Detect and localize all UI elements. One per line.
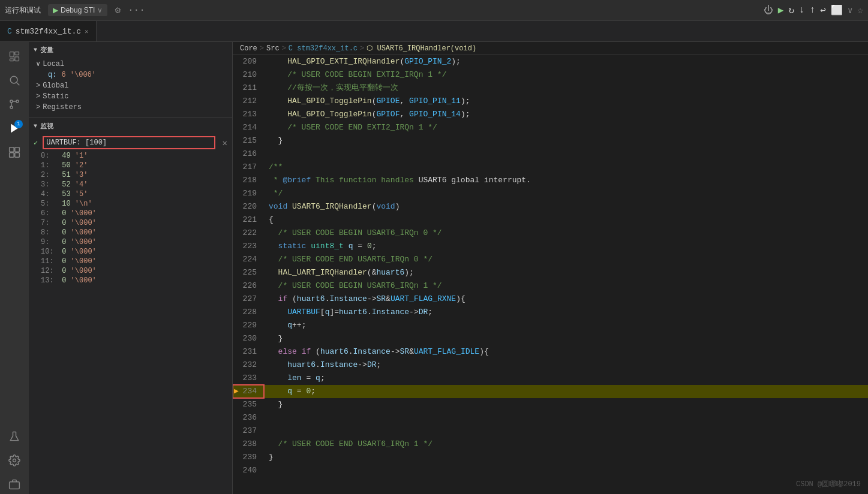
debug-label: Debug STI <box>61 6 95 14</box>
line-number-227: 227 <box>233 293 264 306</box>
line-number-237: 237 <box>233 424 264 438</box>
local-chevron-icon: ∨ <box>36 59 40 68</box>
tab-close-icon[interactable]: ✕ <box>85 28 89 35</box>
explorer-icon[interactable] <box>5 47 24 66</box>
search-icon[interactable] <box>5 71 24 90</box>
tab-bar: C stm32f4xx_it.c ✕ <box>0 21 868 42</box>
remote-icon[interactable] <box>5 475 24 494</box>
line-content-228: UARTBUF[q]=huart6.Instance->DR; <box>264 306 868 319</box>
code-line-239: 239} <box>233 451 868 464</box>
watch-row: 4: 53 '5' <box>29 189 232 199</box>
restart-icon[interactable]: ↻ <box>788 4 794 16</box>
line-number-213: 213 <box>233 108 264 121</box>
bc-src[interactable]: Src <box>266 44 280 53</box>
code-line-235: 235 } <box>233 398 868 411</box>
var-q: q: 6 '\006' <box>29 70 232 80</box>
line-content-238: /* USER CODE END USART6_IRQn 1 */ <box>264 438 868 451</box>
global-chevron-icon: > <box>36 82 40 90</box>
watch-row: 6: 0 '\000' <box>29 209 232 218</box>
line-content-217: /** <box>264 161 868 174</box>
debug-icon[interactable]: 1 <box>5 119 24 138</box>
code-line-220: 220void USART6_IRQHandler(void) <box>233 200 868 213</box>
line-number-240: 240 <box>233 464 264 477</box>
line-content-224: /* USER CODE END USART6_IRQn 0 */ <box>264 253 868 266</box>
settings-icon[interactable] <box>5 451 24 470</box>
bc-core[interactable]: Core <box>240 44 257 53</box>
line-number-214: 214 <box>233 121 264 134</box>
static-label: Static <box>43 92 68 101</box>
continue-icon[interactable]: ▶ <box>778 4 784 16</box>
flask-icon[interactable] <box>5 427 24 446</box>
star-icon[interactable]: ☆ <box>857 4 863 16</box>
code-line-231: 231 else if (huart6.Instance->SR&UART_FL… <box>233 345 868 359</box>
registers-chevron-icon: > <box>36 103 40 112</box>
bc-function[interactable]: ⬡ USART6_IRQHandler(void) <box>367 44 476 53</box>
stop-icon[interactable]: ⬜ <box>831 4 843 16</box>
line-content-226: /* USER CODE BEGIN USART6_IRQn 1 */ <box>264 279 868 293</box>
line-content-213: HAL_GPIO_TogglePin(GPIOF, GPIO_PIN_14); <box>264 108 868 121</box>
watch-input[interactable] <box>43 136 215 149</box>
code-line-224: 224 /* USER CODE END USART6_IRQn 0 */ <box>233 253 868 266</box>
code-line-230: 230 } <box>233 332 868 345</box>
step-over-icon[interactable]: ↓ <box>799 5 805 16</box>
watch-close-icon[interactable]: ✕ <box>223 138 227 148</box>
line-content-218: * @brief This function handles USART6 gl… <box>264 174 868 187</box>
file-tab[interactable]: C stm32f4xx_it.c ✕ <box>0 21 97 41</box>
registers-group[interactable]: > Registers <box>29 102 232 113</box>
line-content-233: len = q; <box>264 372 868 385</box>
dropdown-icon[interactable]: ∨ <box>848 5 852 16</box>
code-line-225: 225 HAL_UART_IRQHandler(&huart6); <box>233 266 868 279</box>
line-number-211: 211 <box>233 82 264 95</box>
watch-row: 12: 0 '\000' <box>29 266 232 276</box>
watch-header[interactable]: ▼ 监视 <box>29 118 232 134</box>
code-line-218: 218 * @brief This function handles USART… <box>233 174 868 187</box>
static-group[interactable]: > Static <box>29 91 232 102</box>
line-content-235: } <box>264 398 868 411</box>
code-lines: 209 HAL_GPIO_EXTI_IRQHandler(GPIO_PIN_2)… <box>233 55 868 477</box>
code-line-232: 232 huart6.Instance->DR; <box>233 359 868 372</box>
line-content-239: } <box>264 451 868 464</box>
code-line-229: 229 q++; <box>233 319 868 332</box>
watch-checkmark-icon: ✓ <box>34 138 38 147</box>
line-content-221: { <box>264 213 868 227</box>
bc-sep3: > <box>360 44 364 53</box>
debug-button[interactable]: ▶ Debug STI ∨ <box>48 4 107 16</box>
static-chevron-icon: > <box>36 92 40 101</box>
line-content-210: /* USER CODE BEGIN EXTI2_IRQn 1 */ <box>264 68 868 82</box>
extensions-icon[interactable] <box>5 143 24 162</box>
line-content-234: q = 0; <box>264 385 868 398</box>
step-into-icon[interactable]: ↑ <box>810 5 816 16</box>
git-icon[interactable] <box>5 95 24 114</box>
local-group[interactable]: ∨ Local <box>29 58 232 70</box>
code-line-219: 219 */ <box>233 187 868 200</box>
power-icon[interactable]: ⏻ <box>764 5 773 16</box>
line-content-236 <box>264 411 868 424</box>
code-line-214: 214 /* USER CODE END EXTI2_IRQn 1 */ <box>233 121 868 134</box>
watch-row: 5: 10 '\n' <box>29 199 232 209</box>
variables-header[interactable]: ▼ 变量 <box>29 42 232 58</box>
var-q-name: q: <box>48 71 56 79</box>
global-group[interactable]: > Global <box>29 80 232 91</box>
code-line-213: 213 HAL_GPIO_TogglePin(GPIOF, GPIO_PIN_1… <box>233 108 868 121</box>
watch-row: 2: 51 '3' <box>29 170 232 180</box>
line-content-211: //每按一次，实现电平翻转一次 <box>264 82 868 95</box>
debug-badge: 1 <box>14 120 23 128</box>
line-number-233: 233 <box>233 372 264 385</box>
line-number-238: 238 <box>233 438 264 451</box>
local-label: Local <box>43 60 64 68</box>
code-line-228: 228 UARTBUF[q]=huart6.Instance->DR; <box>233 306 868 319</box>
bc-sep2: > <box>282 44 286 53</box>
line-number-215: 215 <box>233 134 264 147</box>
bc-file[interactable]: C stm32f4xx_it.c <box>289 44 358 53</box>
line-number-221: 221 <box>233 213 264 227</box>
gear-icon[interactable]: ⚙ <box>115 4 121 16</box>
code-line-233: 233 len = q; <box>233 372 868 385</box>
watch-row: 9: 0 '\000' <box>29 237 232 247</box>
line-content-225: HAL_UART_IRQHandler(&huart6); <box>264 266 868 279</box>
ellipsis-icon[interactable]: ··· <box>128 5 145 16</box>
watch-input-row: ✓ ✕ <box>29 134 232 151</box>
line-number-220: 220 <box>233 200 264 213</box>
code-area[interactable]: 209 HAL_GPIO_EXTI_IRQHandler(GPIO_PIN_2)… <box>233 55 868 494</box>
step-out-icon[interactable]: ↩ <box>820 4 826 16</box>
code-line-234: ▶234 q = 0; <box>233 385 868 398</box>
